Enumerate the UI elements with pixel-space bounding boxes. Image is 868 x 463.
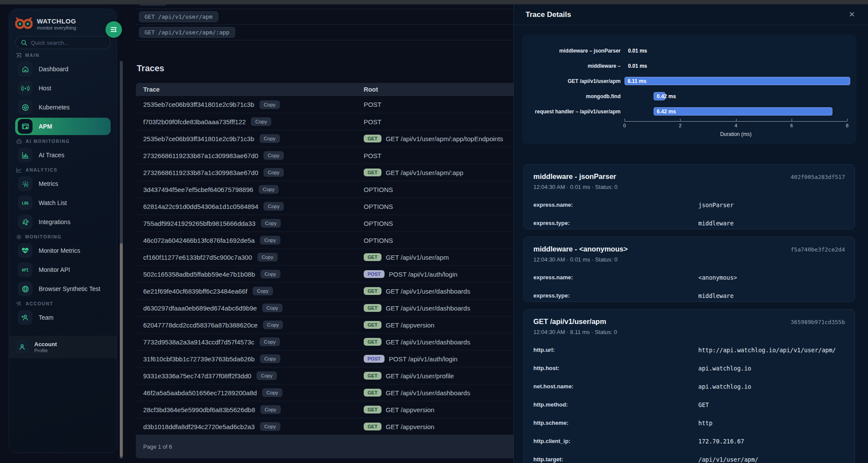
team-icon [18, 310, 33, 325]
waterfall-span-row[interactable]: middleware –0.01 ms [522, 62, 856, 70]
copy-button[interactable]: Copy [263, 321, 283, 329]
copy-button[interactable]: Copy [260, 270, 281, 278]
attribute-value: <anonymous> [698, 274, 737, 281]
sidebar-item-browser-synthetic-test[interactable]: Browser Synthetic Test [15, 280, 111, 298]
section-label-account: ACCOUNT [16, 300, 110, 307]
sidebar-item-team[interactable]: Team [15, 309, 111, 326]
root-endpoint: GET /appversion [386, 321, 434, 329]
copy-button[interactable]: Copy [251, 117, 271, 126]
puzzle-icon [18, 215, 33, 229]
span-name: mongodb.find [447, 93, 621, 99]
copy-button[interactable]: Copy [262, 304, 283, 312]
copy-button[interactable]: Copy [260, 354, 280, 363]
svg-text:LOG: LOG [22, 201, 28, 205]
span-duration-bar [625, 77, 850, 85]
attribute-key: http.target: [533, 456, 698, 463]
axis-tick [625, 119, 625, 121]
attribute-value: middleware [698, 292, 733, 299]
account-icon [15, 340, 29, 354]
copy-button[interactable]: Copy [260, 405, 281, 414]
copy-button[interactable]: Copy [260, 422, 280, 431]
search-icon [21, 40, 27, 46]
sidebar-item-kubernetes[interactable]: Kubernetes [15, 99, 111, 116]
sidebar-item-host[interactable]: Host [15, 79, 111, 97]
copy-button[interactable]: Copy [257, 253, 278, 261]
sidebar-sections: MAINDashboardHostKubernetesAPMAI MONITOR… [15, 52, 111, 326]
endpoint-chip[interactable]: GET /api/v1/user/apm/:app [139, 27, 235, 38]
sidebar-item-apm[interactable]: APM [15, 118, 111, 135]
copy-button[interactable]: Copy [260, 134, 280, 143]
trace-id: 27326686119233b87a1c309983ae67d0 [143, 152, 258, 159]
sidebar-item-monitor-metrics[interactable]: Monitor Metrics [15, 242, 111, 259]
endpoint-chip[interactable]: GET /api/v1/user/apm [139, 11, 218, 22]
panel-header: Trace Details ✕ [514, 4, 868, 25]
root-method: POST [364, 118, 381, 126]
copy-button[interactable]: Copy [256, 371, 277, 380]
copy-button[interactable]: Copy [260, 337, 280, 346]
trace-id: 7732d9538a2a3a9143ccdf7d57f4573c [143, 338, 254, 346]
axis-tick-label: 0 [623, 123, 626, 128]
sidebar-item-account[interactable]: Account Profile [9, 336, 117, 358]
span-duration-bar [654, 107, 832, 116]
sidebar-item-monitor-api[interactable]: APIMonitor API [15, 261, 111, 278]
method-badge-post: POST [364, 355, 385, 363]
span-duration-label: 6.42 ms [657, 109, 676, 115]
root-endpoint: GET /api/v1/user/dashboards [386, 288, 470, 295]
axis-tick [847, 119, 848, 121]
copy-button[interactable]: Copy [253, 287, 273, 295]
root-endpoint: GET /appversion [386, 406, 434, 413]
sidebar-scrollbar[interactable] [120, 61, 123, 459]
attribute-key: express.type: [533, 220, 698, 227]
waterfall-span-row[interactable]: GET /api/v1/user/apm8.11 ms [522, 77, 856, 86]
sidebar: WATCHLOG monitor everything MAINDashboar… [9, 9, 117, 453]
sidebar-item-dashboard[interactable]: Dashboard [15, 60, 111, 78]
attribute-key: express.name: [533, 274, 698, 281]
attribute-key: http.url: [533, 347, 698, 354]
svg-text:API: API [22, 268, 28, 272]
sidebar-item-watch-list[interactable]: LOGWatch List [15, 194, 111, 212]
attribute-value: /api/v1/user/apm/ [698, 456, 758, 463]
scrollbar-thumb[interactable] [120, 243, 123, 457]
span-detail-card: GET /api/v1/user/apm365989b971cd355b12:0… [523, 309, 855, 463]
quick-search[interactable] [15, 36, 111, 49]
brand: WATCHLOG monitor everything [15, 15, 111, 33]
copy-button[interactable]: Copy [263, 151, 284, 160]
attribute-value: GET [698, 401, 709, 408]
x-axis: 02468 [625, 121, 847, 122]
root-endpoint: GET /api/v1/user/dashboards [386, 304, 470, 312]
sidebar-item-ai-traces[interactable]: AI Traces [15, 146, 111, 164]
method-badge-get: GET [364, 372, 381, 380]
copy-button[interactable]: Copy [263, 168, 284, 177]
root-endpoint: GET /api/v1/user/apm/:app [386, 169, 464, 176]
trace-id: f703f2b09f0fcde83ba0aaa735fff122 [143, 118, 246, 126]
root-endpoint: POST /api/v1/auth/login [389, 355, 457, 363]
root-endpoint: GET /api/v1/user/apm/:app/topEndpoints [386, 135, 503, 142]
method-badge-get: GET [364, 169, 381, 176]
waterfall-span-row[interactable]: middleware – jsonParser0.01 ms [522, 46, 856, 55]
sidebar-item-metrics[interactable]: Metrics [15, 175, 111, 192]
brand-tagline: monitor everything [37, 25, 76, 30]
sidebar-collapse-button[interactable] [105, 21, 122, 38]
brand-name: WATCHLOG [37, 17, 76, 25]
sidebar-item-integrations[interactable]: Integrations [15, 213, 111, 231]
attribute-value: api.watchlog.io [698, 365, 751, 372]
copy-button[interactable]: Copy [263, 202, 284, 211]
copy-button[interactable]: Copy [261, 219, 281, 228]
waterfall-span-row[interactable]: request handler – /api/v1/user/apm6.42 m… [522, 107, 856, 116]
copy-button[interactable]: Copy [259, 185, 279, 194]
span-name: middleware – jsonParser [447, 48, 621, 54]
trace-id: 62047778dcd2ccd58376a87b388620ce [143, 321, 258, 329]
attribute-key: net.host.name: [533, 383, 698, 390]
trace-id: 502c165358adbd5ffabb59e4e7b1b08b [143, 271, 255, 278]
attribute-key: express.name: [533, 202, 698, 208]
waterfall-span-row[interactable]: mongodb.find0.42 ms [522, 92, 856, 101]
span-detail-card: middleware - jsonParser402f005a283df5171… [523, 164, 855, 229]
search-input[interactable] [31, 40, 100, 46]
trace-id: 28cf3bd364e5e5990dbf6a83b5626db8 [143, 406, 255, 413]
section-label-main: MAIN [16, 52, 110, 59]
copy-button[interactable]: Copy [260, 236, 280, 245]
copy-button[interactable]: Copy [260, 100, 280, 109]
close-icon[interactable]: ✕ [849, 10, 855, 19]
copy-button[interactable]: Copy [262, 388, 283, 397]
column-header-root: Root [364, 86, 378, 93]
